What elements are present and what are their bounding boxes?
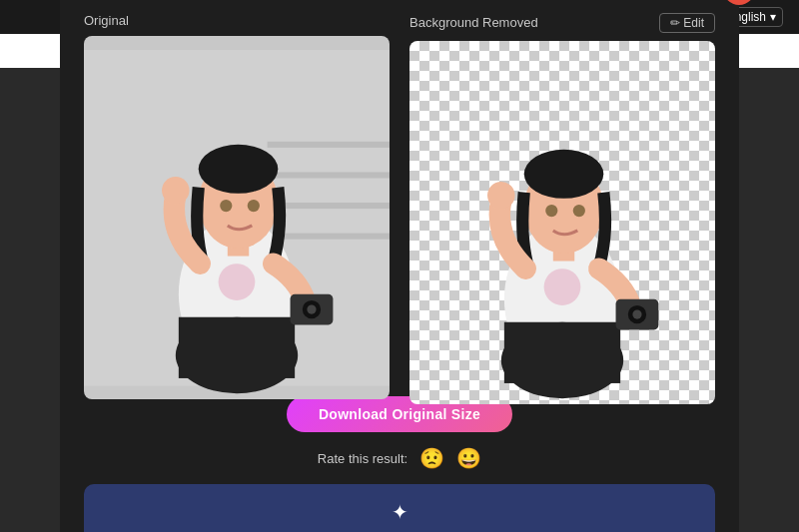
svg-point-27 (632, 309, 641, 318)
svg-rect-4 (268, 233, 390, 239)
original-panel: Original (84, 13, 390, 377)
svg-rect-7 (179, 316, 295, 377)
promo-icon: ✦ (100, 500, 699, 524)
original-label: Original (84, 13, 129, 28)
svg-point-28 (545, 205, 557, 217)
result-modal: × Original (60, 0, 739, 532)
removed-header: Background Removed ✏ Edit (409, 13, 715, 33)
sad-rating-button[interactable]: 😟 (419, 446, 444, 470)
svg-rect-2 (268, 172, 390, 178)
svg-point-15 (220, 200, 232, 212)
happy-rating-button[interactable]: 😀 (456, 446, 481, 470)
removed-label: Background Removed (409, 15, 538, 30)
svg-point-14 (307, 304, 316, 313)
images-row: Original (84, 13, 715, 377)
svg-point-11 (162, 177, 190, 205)
svg-point-10 (199, 145, 279, 194)
rate-label: Rate this result: (318, 451, 407, 466)
svg-rect-20 (504, 321, 620, 382)
promo-card: ✦ Want to Remove Background from Images … (84, 484, 715, 532)
svg-point-17 (219, 264, 256, 300)
svg-point-24 (487, 182, 515, 210)
removed-svg (409, 41, 715, 405)
svg-point-29 (573, 205, 585, 217)
removed-image (409, 41, 715, 405)
original-image (84, 36, 390, 400)
main-area: × Original (0, 68, 799, 532)
svg-point-23 (524, 150, 604, 199)
original-header: Original (84, 13, 390, 28)
original-svg (84, 36, 390, 400)
chevron-down-icon: ▾ (770, 10, 776, 24)
edit-button[interactable]: ✏ Edit (659, 13, 715, 33)
rate-row: Rate this result: 😟 😀 (84, 446, 715, 470)
svg-point-30 (544, 268, 581, 305)
svg-rect-1 (268, 142, 390, 148)
removed-panel: Background Removed ✏ Edit (409, 13, 715, 377)
svg-point-16 (248, 200, 260, 212)
